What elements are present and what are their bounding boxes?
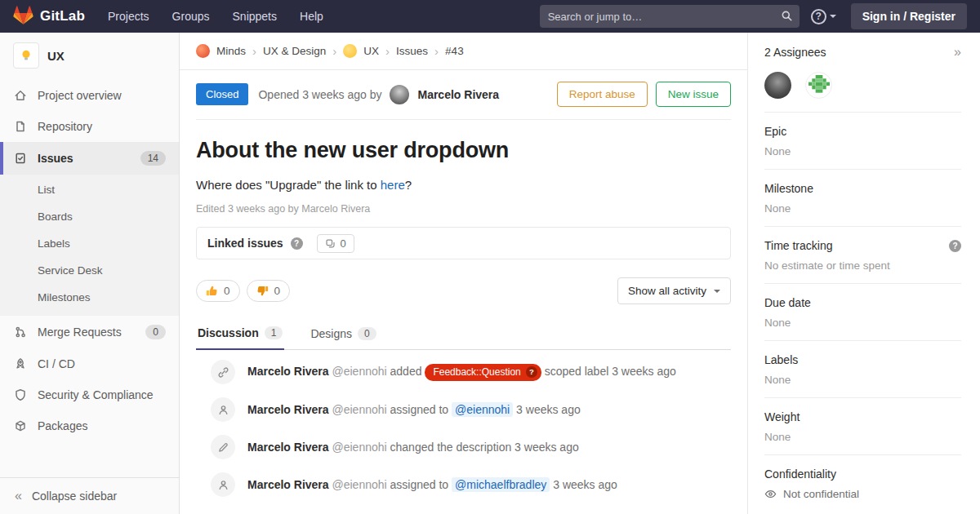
- note-author[interactable]: Marcelo Rivera: [247, 403, 329, 416]
- thumbs-down-button[interactable]: 0: [247, 280, 291, 302]
- note-action-suffix: scoped label: [545, 365, 609, 378]
- note-body: Marcelo Rivera @eiennohi changed the des…: [247, 439, 579, 455]
- note-handle: @eiennohi: [332, 441, 387, 454]
- sidebar-section-weight: Weight None: [764, 397, 961, 454]
- user-icon: [211, 472, 235, 497]
- status-badge: Closed: [196, 83, 248, 105]
- sidebar-item-label: Issues: [38, 152, 74, 165]
- nav-groups[interactable]: Groups: [172, 10, 210, 23]
- breadcrumb-issues[interactable]: Issues: [396, 45, 428, 57]
- breadcrumb-project[interactable]: UX: [363, 45, 379, 57]
- tab-discussion[interactable]: Discussion 1: [196, 319, 284, 350]
- issue-tabs: Discussion 1 Designs 0: [196, 319, 731, 350]
- description-link[interactable]: here: [381, 178, 405, 192]
- linked-issues-count[interactable]: 0: [317, 234, 354, 253]
- global-search: [540, 5, 800, 28]
- scoped-label-help-icon: ?: [526, 366, 537, 378]
- description-text-suffix: ?: [405, 178, 412, 192]
- sidebar-item-merge-requests[interactable]: Merge Requests 0: [0, 316, 179, 348]
- epic-label: Epic: [764, 125, 786, 138]
- sidebar-section-epic: Epic None: [764, 112, 961, 169]
- issue-detail: Closed Opened 3 weeks ago by Marcelo Riv…: [180, 70, 747, 503]
- left-sidebar: UX Project overview Repository: [0, 33, 180, 514]
- note-body: Marcelo Rivera @eiennohi added Feedback:…: [247, 363, 676, 381]
- breadcrumb: Minds › UX & Design › UX › Issues › #43: [180, 33, 747, 70]
- mention-link[interactable]: @michaelfbradley: [452, 477, 550, 492]
- tab-designs-count: 0: [358, 327, 376, 340]
- sidebar-item-project-overview[interactable]: Project overview: [0, 80, 179, 111]
- sidebar-subitem-milestones[interactable]: Milestones: [0, 284, 179, 311]
- thumbs-up-icon: [206, 285, 218, 297]
- note-author[interactable]: Marcelo Rivera: [247, 365, 329, 378]
- help-menu[interactable]: ?: [811, 9, 836, 24]
- weight-value: None: [764, 431, 961, 443]
- report-abuse-button[interactable]: Report abuse: [557, 82, 648, 107]
- mention-link[interactable]: @eiennohi: [452, 402, 513, 417]
- thumbs-down-icon: [256, 285, 269, 297]
- note-handle: @eiennohi: [332, 478, 387, 491]
- sidebar-item-label: Packages: [38, 419, 87, 432]
- time-tracking-value: No estimate or time spent: [764, 259, 961, 272]
- sidebar-item-label: Security & Compliance: [38, 388, 154, 401]
- sign-in-button[interactable]: Sign in / Register: [851, 3, 967, 29]
- collapse-sidebar-button[interactable]: « Collapse sidebar: [0, 477, 179, 514]
- collapse-right-sidebar-icon[interactable]: »: [954, 45, 961, 60]
- sidebar-subitem-labels[interactable]: Labels: [0, 230, 179, 257]
- sidebar-subitem-boards[interactable]: Boards: [0, 203, 179, 230]
- note-action: changed the description: [390, 441, 512, 454]
- help-icon: ?: [811, 9, 826, 24]
- project-context-header[interactable]: UX: [0, 33, 179, 77]
- search-input[interactable]: [540, 5, 800, 28]
- scoped-label[interactable]: Feedback::Question ?: [425, 364, 541, 381]
- help-icon[interactable]: ?: [291, 237, 303, 250]
- breadcrumb-issue-id: #43: [445, 45, 464, 57]
- sidebar-item-label: CI / CD: [38, 357, 75, 370]
- sidebar-subitem-list[interactable]: List: [0, 176, 179, 203]
- note-author[interactable]: Marcelo Rivera: [247, 441, 329, 454]
- nav-projects[interactable]: Projects: [108, 10, 149, 23]
- help-icon[interactable]: ?: [949, 240, 961, 252]
- sidebar-section-labels: Labels None: [764, 340, 961, 397]
- assignee-avatar-photo[interactable]: [764, 72, 791, 99]
- breadcrumb-group[interactable]: Minds: [216, 45, 246, 57]
- assignee-avatar-identicon[interactable]: [805, 72, 832, 99]
- sidebar-item-repository[interactable]: Repository: [0, 111, 179, 142]
- time-tracking-label: Time tracking: [764, 239, 833, 252]
- note-author[interactable]: Marcelo Rivera: [247, 478, 329, 491]
- top-navbar: GitLab Projects Groups Snippets Help ? S…: [0, 0, 980, 33]
- sidebar-item-cicd[interactable]: CI / CD: [0, 348, 179, 379]
- sidebar-section-milestone: Milestone None: [764, 169, 961, 226]
- sidebar-item-security[interactable]: Security & Compliance: [0, 379, 179, 410]
- award-emoji-row: 0 0 Show all activity: [196, 277, 731, 304]
- chevron-right-icon: ›: [434, 44, 439, 58]
- sidebar-item-packages[interactable]: Packages: [0, 410, 179, 441]
- nav-help[interactable]: Help: [300, 10, 323, 23]
- merge-request-icon: [13, 326, 28, 339]
- package-icon: [13, 419, 28, 432]
- system-note: Marcelo Rivera @eiennohi assigned to @mi…: [196, 466, 731, 503]
- sidebar-subitem-service-desk[interactable]: Service Desk: [0, 257, 179, 284]
- nav-snippets[interactable]: Snippets: [233, 10, 277, 23]
- system-note: Marcelo Rivera @eiennohi changed the des…: [196, 428, 731, 466]
- linked-issue-icon: [325, 238, 336, 249]
- note-handle: @eiennohi: [332, 403, 387, 416]
- gitlab-tanuki-icon: [13, 6, 33, 28]
- tab-designs[interactable]: Designs 0: [309, 319, 377, 349]
- note-time: 3 weeks ago: [514, 441, 579, 454]
- note-body: Marcelo Rivera @eiennohi assigned to @ei…: [247, 401, 581, 418]
- discussion-timeline: Marcelo Rivera @eiennohi added Feedback:…: [196, 350, 731, 503]
- new-issue-button[interactable]: New issue: [656, 82, 731, 107]
- activity-filter-dropdown[interactable]: Show all activity: [617, 277, 731, 304]
- breadcrumb-subgroup[interactable]: UX & Design: [263, 45, 326, 57]
- merge-requests-count-badge: 0: [145, 325, 166, 339]
- project-mini-avatar: [343, 44, 357, 58]
- author-name-link[interactable]: Marcelo Rivera: [417, 88, 499, 101]
- author-avatar[interactable]: [390, 85, 409, 104]
- thumbs-up-button[interactable]: 0: [196, 280, 240, 302]
- issues-icon: [13, 152, 28, 165]
- eye-icon: [764, 488, 777, 500]
- sidebar-item-issues[interactable]: Issues 14: [0, 142, 179, 175]
- tab-designs-label: Designs: [310, 327, 352, 340]
- primary-nav: Projects Groups Snippets Help: [108, 10, 323, 23]
- gitlab-logo[interactable]: GitLab: [13, 6, 85, 28]
